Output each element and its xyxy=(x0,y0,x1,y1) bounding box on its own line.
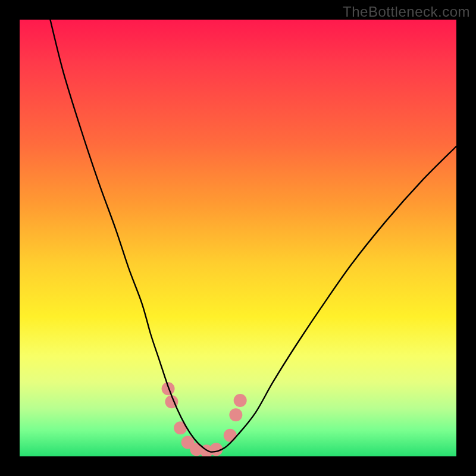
watermark-text: TheBottleneck.com xyxy=(343,4,470,20)
marker-bead xyxy=(162,382,175,395)
marker-bead xyxy=(224,429,237,442)
chart-frame: TheBottleneck.com xyxy=(0,0,476,476)
marker-beads xyxy=(162,382,247,456)
marker-bead xyxy=(229,408,242,421)
gradient-plot-area xyxy=(20,20,456,456)
bottleneck-curve xyxy=(50,20,456,452)
curve-layer xyxy=(20,20,456,456)
marker-bead xyxy=(234,394,247,407)
